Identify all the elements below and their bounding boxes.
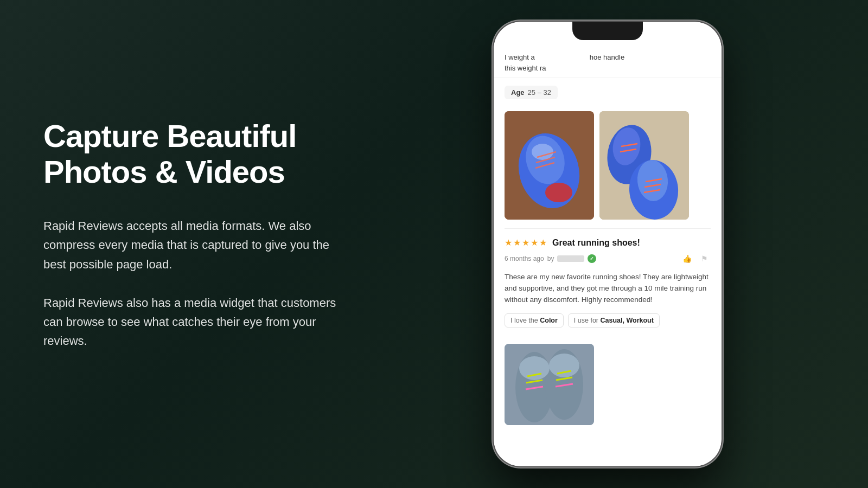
left-section: Capture Beautiful Photos & Videos Rapid …	[0, 75, 380, 414]
partial-line1: I weight a hoe handle	[505, 53, 624, 61]
shoe-photo-2-svg	[599, 111, 689, 220]
review-title: Great running shoes!	[552, 238, 640, 248]
body-paragraph-1: Rapid Reviews accepts all media formats.…	[43, 216, 336, 274]
tag-color-value: Color	[540, 317, 558, 324]
headline-line1: Capture Beautiful	[43, 118, 296, 153]
star-rating: ★ ★ ★ ★ ★	[505, 237, 547, 248]
star-2: ★	[513, 237, 521, 248]
tag-use: I use for Casual, Workout	[568, 313, 660, 328]
partial-text: I weight a hoe handle this weight ra	[505, 52, 711, 73]
phone-notch	[572, 22, 643, 40]
svg-point-8	[545, 183, 572, 202]
headline: Capture Beautiful Photos & Videos	[43, 118, 336, 190]
age-value: 25 – 32	[528, 88, 551, 97]
svg-point-24	[549, 354, 579, 377]
verified-badge: ✓	[588, 254, 596, 263]
headline-line2: Photos & Videos	[43, 154, 285, 189]
svg-point-23	[519, 356, 550, 380]
tag-use-key: I use for	[574, 317, 598, 324]
svg-point-4	[532, 144, 553, 160]
review-body: These are my new favorite running shoes!…	[505, 272, 711, 306]
review-tags: I love the Color I use for Casual, Worko…	[505, 313, 711, 328]
tag-use-value: Casual, Workout	[601, 317, 654, 324]
star-1: ★	[505, 237, 512, 248]
shoe-photo-1-svg	[505, 111, 594, 220]
thumbs-up-icon[interactable]: 👍	[680, 252, 693, 265]
photos-section	[494, 107, 722, 228]
review-time: 6 months ago	[505, 255, 544, 262]
partial-line2: this weight ra	[505, 64, 546, 72]
review-header: ★ ★ ★ ★ ★ Great running shoes!	[505, 237, 711, 248]
age-section: Age 25 – 32	[494, 78, 722, 107]
reviewer-name-placeholder	[557, 255, 584, 262]
tag-color-key: I love the	[510, 317, 538, 324]
phone-screen: I weight a hoe handle this weight ra Age…	[494, 22, 722, 466]
phone-content: I weight a hoe handle this weight ra Age…	[494, 22, 722, 466]
photo-2	[599, 111, 689, 220]
age-label: Age	[511, 88, 525, 97]
tag-color: I love the Color	[505, 313, 564, 328]
review-meta: 6 months ago by ✓ 👍 ⚑	[505, 252, 711, 265]
star-3: ★	[522, 237, 529, 248]
flag-icon[interactable]: ⚑	[698, 252, 711, 265]
bottom-photo-section	[494, 344, 722, 425]
star-5: ★	[539, 237, 547, 248]
age-badge: Age 25 – 32	[505, 86, 558, 99]
photo-1	[505, 111, 594, 220]
star-4: ★	[531, 237, 538, 248]
bottom-shoe-svg	[505, 344, 594, 425]
phone-mockup: I weight a hoe handle this weight ra Age…	[494, 22, 722, 466]
right-section: I weight a hoe handle this weight ra Age…	[380, 22, 868, 466]
review-by: by	[547, 255, 554, 262]
review-section: ★ ★ ★ ★ ★ Great running shoes! 6 months …	[494, 229, 722, 344]
top-partial-review: I weight a hoe handle this weight ra	[494, 46, 722, 78]
body-paragraph-2: Rapid Reviews also has a media widget th…	[43, 293, 336, 351]
review-actions: 👍 ⚑	[680, 252, 711, 265]
bottom-photo	[505, 344, 594, 425]
